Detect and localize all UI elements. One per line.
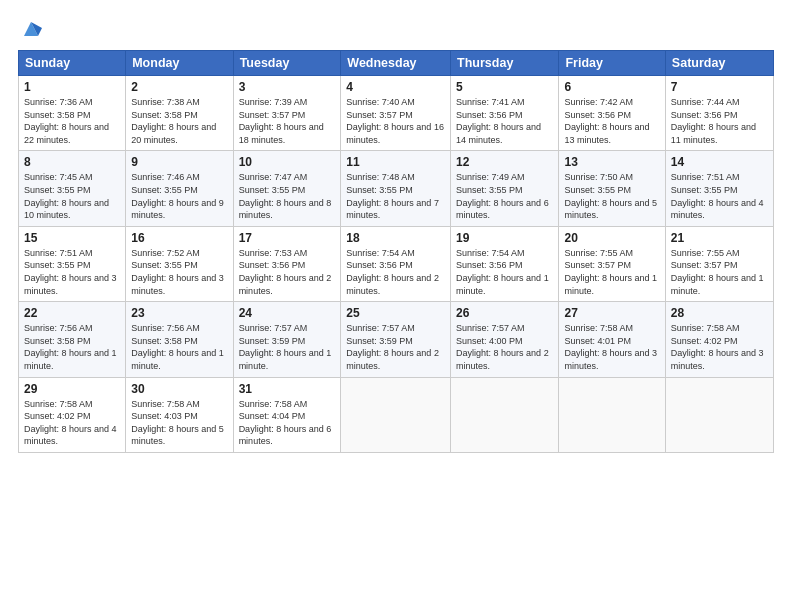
day-info: Sunrise: 7:44 AMSunset: 3:56 PMDaylight:… [671, 96, 768, 146]
day-number: 15 [24, 231, 120, 245]
day-number: 22 [24, 306, 120, 320]
calendar-cell: 14Sunrise: 7:51 AMSunset: 3:55 PMDayligh… [665, 151, 773, 226]
header [18, 18, 774, 40]
day-info: Sunrise: 7:55 AMSunset: 3:57 PMDaylight:… [564, 247, 659, 297]
day-number: 23 [131, 306, 227, 320]
day-number: 3 [239, 80, 336, 94]
day-number: 16 [131, 231, 227, 245]
day-info: Sunrise: 7:38 AMSunset: 3:58 PMDaylight:… [131, 96, 227, 146]
day-number: 24 [239, 306, 336, 320]
col-header-saturday: Saturday [665, 51, 773, 76]
day-number: 17 [239, 231, 336, 245]
day-info: Sunrise: 7:54 AMSunset: 3:56 PMDaylight:… [346, 247, 445, 297]
page: SundayMondayTuesdayWednesdayThursdayFrid… [0, 0, 792, 612]
day-number: 20 [564, 231, 659, 245]
day-info: Sunrise: 7:47 AMSunset: 3:55 PMDaylight:… [239, 171, 336, 221]
calendar-table: SundayMondayTuesdayWednesdayThursdayFrid… [18, 50, 774, 453]
day-number: 6 [564, 80, 659, 94]
day-number: 13 [564, 155, 659, 169]
calendar-cell: 19Sunrise: 7:54 AMSunset: 3:56 PMDayligh… [451, 226, 559, 301]
day-info: Sunrise: 7:58 AMSunset: 4:01 PMDaylight:… [564, 322, 659, 372]
day-number: 11 [346, 155, 445, 169]
day-info: Sunrise: 7:39 AMSunset: 3:57 PMDaylight:… [239, 96, 336, 146]
calendar-cell: 2Sunrise: 7:38 AMSunset: 3:58 PMDaylight… [126, 76, 233, 151]
logo-icon [20, 18, 42, 40]
calendar-header-row: SundayMondayTuesdayWednesdayThursdayFrid… [19, 51, 774, 76]
day-info: Sunrise: 7:51 AMSunset: 3:55 PMDaylight:… [671, 171, 768, 221]
day-info: Sunrise: 7:45 AMSunset: 3:55 PMDaylight:… [24, 171, 120, 221]
calendar-cell: 9Sunrise: 7:46 AMSunset: 3:55 PMDaylight… [126, 151, 233, 226]
calendar-cell: 4Sunrise: 7:40 AMSunset: 3:57 PMDaylight… [341, 76, 451, 151]
day-number: 10 [239, 155, 336, 169]
calendar-cell: 10Sunrise: 7:47 AMSunset: 3:55 PMDayligh… [233, 151, 341, 226]
day-number: 2 [131, 80, 227, 94]
calendar-cell [665, 377, 773, 452]
week-row-1: 1Sunrise: 7:36 AMSunset: 3:58 PMDaylight… [19, 76, 774, 151]
calendar-cell: 12Sunrise: 7:49 AMSunset: 3:55 PMDayligh… [451, 151, 559, 226]
calendar-cell: 16Sunrise: 7:52 AMSunset: 3:55 PMDayligh… [126, 226, 233, 301]
calendar-cell: 15Sunrise: 7:51 AMSunset: 3:55 PMDayligh… [19, 226, 126, 301]
day-number: 14 [671, 155, 768, 169]
week-row-2: 8Sunrise: 7:45 AMSunset: 3:55 PMDaylight… [19, 151, 774, 226]
col-header-wednesday: Wednesday [341, 51, 451, 76]
calendar-cell: 25Sunrise: 7:57 AMSunset: 3:59 PMDayligh… [341, 302, 451, 377]
day-info: Sunrise: 7:57 AMSunset: 3:59 PMDaylight:… [239, 322, 336, 372]
week-row-4: 22Sunrise: 7:56 AMSunset: 3:58 PMDayligh… [19, 302, 774, 377]
calendar-cell: 3Sunrise: 7:39 AMSunset: 3:57 PMDaylight… [233, 76, 341, 151]
day-number: 19 [456, 231, 553, 245]
day-info: Sunrise: 7:49 AMSunset: 3:55 PMDaylight:… [456, 171, 553, 221]
day-info: Sunrise: 7:36 AMSunset: 3:58 PMDaylight:… [24, 96, 120, 146]
calendar-cell: 11Sunrise: 7:48 AMSunset: 3:55 PMDayligh… [341, 151, 451, 226]
day-info: Sunrise: 7:58 AMSunset: 4:02 PMDaylight:… [24, 398, 120, 448]
col-header-tuesday: Tuesday [233, 51, 341, 76]
calendar-cell: 7Sunrise: 7:44 AMSunset: 3:56 PMDaylight… [665, 76, 773, 151]
day-number: 30 [131, 382, 227, 396]
week-row-3: 15Sunrise: 7:51 AMSunset: 3:55 PMDayligh… [19, 226, 774, 301]
calendar-cell [559, 377, 665, 452]
day-info: Sunrise: 7:51 AMSunset: 3:55 PMDaylight:… [24, 247, 120, 297]
day-info: Sunrise: 7:55 AMSunset: 3:57 PMDaylight:… [671, 247, 768, 297]
day-number: 21 [671, 231, 768, 245]
day-info: Sunrise: 7:48 AMSunset: 3:55 PMDaylight:… [346, 171, 445, 221]
calendar-cell: 22Sunrise: 7:56 AMSunset: 3:58 PMDayligh… [19, 302, 126, 377]
calendar-cell: 6Sunrise: 7:42 AMSunset: 3:56 PMDaylight… [559, 76, 665, 151]
calendar-cell: 24Sunrise: 7:57 AMSunset: 3:59 PMDayligh… [233, 302, 341, 377]
day-info: Sunrise: 7:56 AMSunset: 3:58 PMDaylight:… [131, 322, 227, 372]
calendar-cell [341, 377, 451, 452]
day-info: Sunrise: 7:57 AMSunset: 4:00 PMDaylight:… [456, 322, 553, 372]
calendar-cell: 8Sunrise: 7:45 AMSunset: 3:55 PMDaylight… [19, 151, 126, 226]
day-info: Sunrise: 7:58 AMSunset: 4:03 PMDaylight:… [131, 398, 227, 448]
day-info: Sunrise: 7:53 AMSunset: 3:56 PMDaylight:… [239, 247, 336, 297]
calendar-cell: 21Sunrise: 7:55 AMSunset: 3:57 PMDayligh… [665, 226, 773, 301]
day-number: 8 [24, 155, 120, 169]
day-number: 31 [239, 382, 336, 396]
calendar-cell: 23Sunrise: 7:56 AMSunset: 3:58 PMDayligh… [126, 302, 233, 377]
day-number: 26 [456, 306, 553, 320]
day-info: Sunrise: 7:58 AMSunset: 4:02 PMDaylight:… [671, 322, 768, 372]
col-header-sunday: Sunday [19, 51, 126, 76]
calendar-cell: 27Sunrise: 7:58 AMSunset: 4:01 PMDayligh… [559, 302, 665, 377]
day-info: Sunrise: 7:41 AMSunset: 3:56 PMDaylight:… [456, 96, 553, 146]
logo [18, 18, 42, 40]
day-info: Sunrise: 7:40 AMSunset: 3:57 PMDaylight:… [346, 96, 445, 146]
calendar-cell: 29Sunrise: 7:58 AMSunset: 4:02 PMDayligh… [19, 377, 126, 452]
calendar-cell: 26Sunrise: 7:57 AMSunset: 4:00 PMDayligh… [451, 302, 559, 377]
day-info: Sunrise: 7:54 AMSunset: 3:56 PMDaylight:… [456, 247, 553, 297]
day-number: 18 [346, 231, 445, 245]
calendar-cell: 18Sunrise: 7:54 AMSunset: 3:56 PMDayligh… [341, 226, 451, 301]
calendar-cell: 5Sunrise: 7:41 AMSunset: 3:56 PMDaylight… [451, 76, 559, 151]
col-header-monday: Monday [126, 51, 233, 76]
day-info: Sunrise: 7:50 AMSunset: 3:55 PMDaylight:… [564, 171, 659, 221]
calendar-cell: 17Sunrise: 7:53 AMSunset: 3:56 PMDayligh… [233, 226, 341, 301]
day-number: 7 [671, 80, 768, 94]
calendar-cell: 13Sunrise: 7:50 AMSunset: 3:55 PMDayligh… [559, 151, 665, 226]
calendar-cell: 20Sunrise: 7:55 AMSunset: 3:57 PMDayligh… [559, 226, 665, 301]
day-info: Sunrise: 7:58 AMSunset: 4:04 PMDaylight:… [239, 398, 336, 448]
day-number: 12 [456, 155, 553, 169]
calendar-cell: 30Sunrise: 7:58 AMSunset: 4:03 PMDayligh… [126, 377, 233, 452]
day-info: Sunrise: 7:56 AMSunset: 3:58 PMDaylight:… [24, 322, 120, 372]
day-number: 28 [671, 306, 768, 320]
day-number: 29 [24, 382, 120, 396]
col-header-thursday: Thursday [451, 51, 559, 76]
calendar-cell: 1Sunrise: 7:36 AMSunset: 3:58 PMDaylight… [19, 76, 126, 151]
